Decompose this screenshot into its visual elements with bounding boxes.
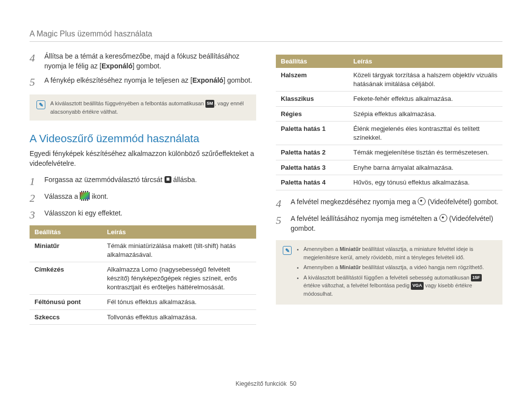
note-a: ✎ A kiválasztott beállítás függvényében … [30,94,256,121]
table-row: Paletta hatás 1Élénk megjelenés éles kon… [276,122,502,145]
step-text: Válassza a ikont. [44,192,108,204]
step-text: Állítsa be a témát a keresőmezőbe, majd … [44,52,256,71]
settings-table-right: Beállítás Leírás HalszemKözeli tárgyak t… [276,55,502,190]
step-number: 1 [30,175,38,187]
note-b: ✎ Amennyiben a Miniatűr beállítást válas… [276,240,502,305]
cell-setting: Paletta hatás 1 [276,122,348,145]
settings-table-left: Beállítás Leírás MiniatűrTémák miniatüri… [30,225,256,325]
cell-desc: Témák miniatürizálása makett (tilt-shift… [102,239,256,262]
cell-setting: Szkeccs [30,309,102,325]
step-text: A felvétel megkezdéséhez nyomja meg a (V… [291,197,499,209]
cell-desc: Fél tónus effektus alkalmazása. [102,295,256,310]
cell-desc: Témák megjelenítése tisztán és természet… [348,145,502,160]
steps-group-right: 4A felvétel megkezdéséhez nyomja meg a (… [276,197,502,233]
step: 1Forgassa az üzemmódválasztó tárcsát áll… [30,175,256,187]
note-item: Amennyiben a Miniatűr beállítást választ… [303,263,496,272]
cell-setting: Paletta hatás 2 [276,145,348,160]
step-text: A fénykép elkészítéséhez nyomja le telje… [44,76,252,88]
info-icon: ✎ [283,246,292,255]
right-column: Beállítás Leírás HalszemKözeli tárgyak t… [276,52,502,325]
cell-setting: Féltónusú pont [30,295,102,310]
mode-dial-icon [165,176,171,183]
cell-desc: Fekete-fehér effektus alkalmazása. [348,92,502,107]
step-number: 2 [30,192,38,204]
th-desc: Leírás [348,55,502,68]
step: 5A fénykép elkészítéséhez nyomja le telj… [30,76,256,88]
section-title: A Videoszűrő üzemmód használata [30,132,256,145]
cell-desc: Közeli tárgyak torzítása a halszem objek… [348,68,502,92]
th-setting: Beállítás [30,225,102,239]
cell-setting: Miniatűr [30,239,102,262]
note-item: A kiválasztott beállítástól függően a fe… [303,274,496,298]
record-icon [418,197,426,205]
cell-setting: Címkézés [30,262,102,295]
step-number: 5 [276,214,285,233]
th-desc: Leírás [102,225,256,239]
step-text: A felvétel leállításához nyomja meg ismé… [291,214,502,233]
step: 5A felvétel leállításához nyomja meg ism… [276,214,502,233]
step-text: Válasszon ki egy effektet. [44,209,123,220]
step-number: 4 [276,197,285,209]
step-text: Forgassa az üzemmódválasztó tárcsát állá… [44,175,197,187]
section-intro: Egyedi fényképek készítéséhez alkalmazzo… [30,149,256,168]
step-number: 4 [30,52,38,71]
th-setting: Beállítás [276,55,348,68]
note-b-list: Amennyiben a Miniatűr beállítást választ… [297,245,496,300]
tbody-right: HalszemKözeli tárgyak torzítása a halsze… [276,68,502,190]
table-row: Paletta hatás 2Témák megjelenítése tiszt… [276,145,502,160]
info-icon: ✎ [36,100,45,109]
step: 3Válasszon ki egy effektet. [30,209,256,220]
step: 2Válassza a ikont. [30,192,256,204]
record-icon [439,214,447,222]
step-number: 5 [30,76,38,88]
cell-setting: Klasszikus [276,92,348,107]
cell-desc: Szépia effektus alkalmazása. [348,106,502,122]
cell-desc: Hűvös, egy tónusú effektus alkalmazása. [348,175,502,190]
cell-desc: Enyhe barna árnyalat alkalmazása. [348,160,502,175]
table-row: HalszemKözeli tárgyak torzítása a halsze… [276,68,502,92]
table-row: CímkézésAlkalmazza Lomo (nagysebességű f… [30,262,256,295]
cell-setting: Paletta hatás 3 [276,160,348,175]
movie-filter-icon [80,192,90,200]
cell-setting: Régies [276,106,348,122]
table-row: Féltónusú pontFél tónus effektus alkalma… [30,295,256,310]
cell-desc: Élénk megjelenés éles kontraszttal és te… [348,122,502,145]
step: 4Állítsa be a témát a keresőmezőbe, majd… [30,52,256,71]
footer: Kiegészítő funkciók 50 [0,380,532,387]
note-a-text: A kiválasztott beállítás függvényében a … [50,99,249,116]
page-header: A Magic Plus üzemmód használata [30,30,502,42]
cell-setting: Halszem [276,68,348,92]
table-row: MiniatűrTémák miniatürizálása makett (ti… [30,239,256,262]
cell-desc: Tollvonás effektus alkalmazása. [102,309,256,325]
left-column: 4Állítsa be a témát a keresőmezőbe, majd… [30,52,256,325]
table-row: RégiesSzépia effektus alkalmazása. [276,106,502,122]
table-row: Paletta hatás 3Enyhe barna árnyalat alka… [276,160,502,175]
step-number: 3 [30,209,38,220]
steps-group-a: 4Állítsa be a témát a keresőmezőbe, majd… [30,52,256,88]
cell-setting: Paletta hatás 4 [276,175,348,190]
cell-desc: Alkalmazza Lomo (nagysebességű felvételt… [102,262,256,295]
step: 4A felvétel megkezdéséhez nyomja meg a (… [276,197,502,209]
table-row: KlasszikusFekete-fehér effektus alkalmaz… [276,92,502,107]
table-row: SzkeccsTollvonás effektus alkalmazása. [30,309,256,325]
note-item: Amennyiben a Miniatűr beállítást választ… [303,245,496,261]
table-row: Paletta hatás 4Hűvös, egy tónusú effektu… [276,175,502,190]
tbody-left: MiniatűrTémák miniatürizálása makett (ti… [30,239,256,324]
steps-group-b: 1Forgassa az üzemmódválasztó tárcsát áll… [30,175,256,220]
